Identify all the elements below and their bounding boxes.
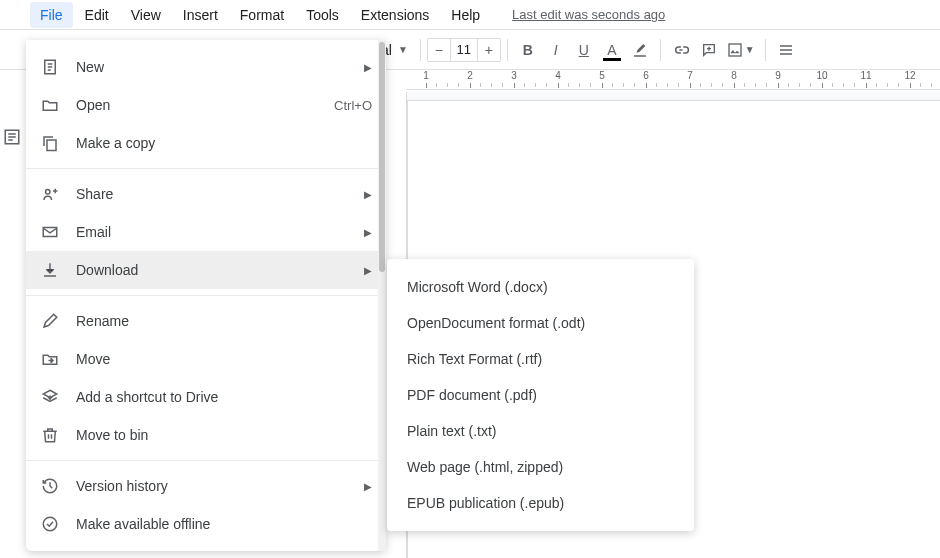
dropdown-scrollbar[interactable] (378, 40, 386, 551)
font-size-increase[interactable]: + (478, 39, 500, 61)
dropdown-arrow-icon: ▼ (745, 44, 755, 55)
insert-image-button[interactable]: ▼ (723, 36, 759, 64)
menu-insert[interactable]: Insert (173, 2, 228, 28)
offline-icon (40, 514, 60, 534)
menu-item-label: Version history (76, 478, 348, 494)
ruler: 12345678910111213 (406, 70, 940, 90)
comment-icon (701, 42, 717, 58)
insert-link-button[interactable] (667, 36, 695, 64)
menu-item-label: Move to bin (76, 427, 372, 443)
download-option[interactable]: OpenDocument format (.odt) (387, 305, 694, 341)
italic-button[interactable]: I (542, 36, 570, 64)
outline-icon[interactable] (3, 128, 21, 146)
font-size-control: − 11 + (427, 38, 501, 62)
menu-item-label: Email (76, 224, 348, 240)
download-option[interactable]: EPUB publication (.epub) (387, 485, 694, 521)
menu-help[interactable]: Help (441, 2, 490, 28)
svg-rect-3 (47, 140, 56, 151)
shortcut-icon (40, 387, 60, 407)
ruler-tick: 10 (802, 70, 842, 88)
menu-item-label: Add a shortcut to Drive (76, 389, 372, 405)
text-color-button[interactable]: A (598, 36, 626, 64)
font-size-decrease[interactable]: − (428, 39, 450, 61)
menu-item-make-a-copy[interactable]: Make a copy (26, 124, 386, 162)
menu-item-email[interactable]: Email▶ (26, 213, 386, 251)
add-comment-button[interactable] (695, 36, 723, 64)
ruler-tick: 3 (494, 70, 534, 88)
ruler-tick: 5 (582, 70, 622, 88)
download-icon (40, 260, 60, 280)
separator (507, 39, 508, 61)
menu-item-move[interactable]: Move (26, 340, 386, 378)
menubar: File Edit View Insert Format Tools Exten… (0, 0, 940, 30)
bold-button[interactable]: B (514, 36, 542, 64)
left-rail (0, 72, 24, 146)
ruler-tick: 11 (846, 70, 886, 88)
download-option[interactable]: Rich Text Format (.rtf) (387, 341, 694, 377)
menu-item-shortcut: Ctrl+O (334, 98, 372, 113)
submenu-arrow-icon: ▶ (364, 62, 372, 73)
menu-format[interactable]: Format (230, 2, 294, 28)
svg-point-6 (43, 517, 57, 531)
ruler-tick: 8 (714, 70, 754, 88)
ruler-tick: 2 (450, 70, 490, 88)
menu-item-label: Open (76, 97, 318, 113)
menu-item-open[interactable]: OpenCtrl+O (26, 86, 386, 124)
menu-extensions[interactable]: Extensions (351, 2, 439, 28)
menu-item-label: Download (76, 262, 348, 278)
menu-item-label: New (76, 59, 348, 75)
menu-item-new[interactable]: New▶ (26, 48, 386, 86)
menu-tools[interactable]: Tools (296, 2, 349, 28)
email-icon (40, 222, 60, 242)
menu-item-label: Move (76, 351, 372, 367)
new-icon (40, 57, 60, 77)
open-icon (40, 95, 60, 115)
ruler-tick: 9 (758, 70, 798, 88)
menu-item-rename[interactable]: Rename (26, 302, 386, 340)
submenu-arrow-icon: ▶ (364, 189, 372, 200)
move-icon (40, 349, 60, 369)
scrollbar-thumb[interactable] (379, 42, 385, 272)
edit-status[interactable]: Last edit was seconds ago (512, 7, 665, 22)
download-option[interactable]: Microsoft Word (.docx) (387, 269, 694, 305)
menu-file[interactable]: File (30, 2, 73, 28)
menu-item-make-available-offline[interactable]: Make available offline (26, 505, 386, 543)
menu-view[interactable]: View (121, 2, 171, 28)
menu-edit[interactable]: Edit (75, 2, 119, 28)
submenu-arrow-icon: ▶ (364, 265, 372, 276)
menu-item-download[interactable]: Download▶ (26, 251, 386, 289)
menu-item-label: Rename (76, 313, 372, 329)
history-icon (40, 476, 60, 496)
ruler-tick: 13 (934, 70, 940, 88)
separator (660, 39, 661, 61)
svg-point-4 (46, 190, 51, 195)
menu-item-version-history[interactable]: Version history▶ (26, 467, 386, 505)
highlight-button[interactable] (626, 36, 654, 64)
underline-button[interactable]: U (570, 36, 598, 64)
menu-item-label: Share (76, 186, 348, 202)
menu-item-add-a-shortcut-to-drive[interactable]: Add a shortcut to Drive (26, 378, 386, 416)
menu-item-label: Make a copy (76, 135, 372, 151)
download-option[interactable]: PDF document (.pdf) (387, 377, 694, 413)
separator (765, 39, 766, 61)
menu-item-share[interactable]: Share▶ (26, 175, 386, 213)
ruler-tick: 1 (406, 70, 446, 88)
submenu-arrow-icon: ▶ (364, 227, 372, 238)
rename-icon (40, 311, 60, 331)
share-icon (40, 184, 60, 204)
menu-divider (26, 168, 386, 169)
download-option[interactable]: Plain text (.txt) (387, 413, 694, 449)
svg-rect-0 (729, 44, 741, 56)
menu-divider (26, 460, 386, 461)
download-option[interactable]: Web page (.html, zipped) (387, 449, 694, 485)
font-size-value[interactable]: 11 (450, 39, 478, 61)
highlighter-icon (632, 42, 648, 58)
file-dropdown: New▶OpenCtrl+OMake a copyShare▶Email▶Dow… (26, 40, 386, 551)
separator (420, 39, 421, 61)
menu-item-move-to-bin[interactable]: Move to bin (26, 416, 386, 454)
align-button[interactable] (772, 36, 800, 64)
link-icon (672, 41, 690, 59)
menu-divider (26, 295, 386, 296)
menu-item-label: Make available offline (76, 516, 372, 532)
ruler-tick: 12 (890, 70, 930, 88)
